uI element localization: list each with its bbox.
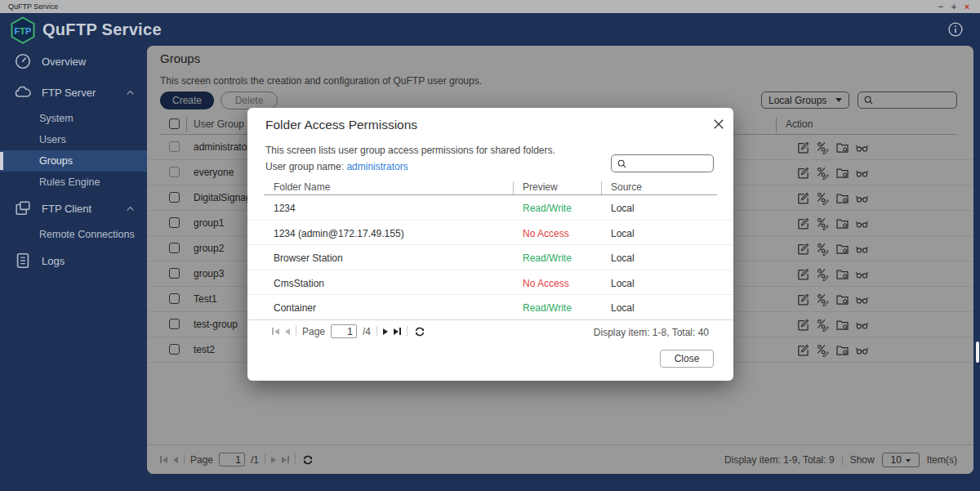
- sidebar-item-ftp-server[interactable]: FTP Server: [0, 77, 147, 108]
- sidebar-item-label: Remote Connections: [39, 229, 135, 240]
- sidebar-item-system[interactable]: System: [0, 108, 147, 129]
- search-icon: [617, 158, 627, 169]
- source-value: Local: [611, 228, 635, 239]
- source-value: Local: [611, 302, 635, 314]
- user-group-link[interactable]: administrators: [346, 161, 408, 172]
- dialog-pagination: Page /4: [272, 324, 426, 338]
- window-minimize-button[interactable]: −: [934, 1, 947, 12]
- chevron-up-icon: [125, 203, 136, 214]
- chevron-up-icon: [125, 87, 136, 98]
- window-close-button[interactable]: ×: [960, 1, 973, 12]
- folder-table-body: 1234 Read/Write Local 1234 (admin@172.17…: [247, 195, 733, 320]
- dialog-description: This screen lists user group access perm…: [265, 145, 555, 156]
- sidebar-item-remote-connections[interactable]: Remote Connections: [0, 224, 147, 245]
- column-header-folder-name[interactable]: Folder Name: [274, 181, 330, 193]
- folder-name: CmsStation: [274, 278, 324, 289]
- sidebar-item-label: Overview: [42, 56, 86, 68]
- source-value: Local: [611, 278, 635, 289]
- folder-name: Browser Station: [274, 252, 343, 264]
- preview-value: No Access: [523, 228, 569, 239]
- window-maximize-button[interactable]: +: [947, 1, 960, 12]
- info-icon[interactable]: [947, 21, 964, 38]
- divider: [376, 326, 377, 337]
- refresh-icon[interactable]: [413, 325, 426, 338]
- table-row[interactable]: CmsStation No Access Local: [247, 270, 733, 296]
- sidebar-item-label: Users: [39, 134, 66, 145]
- sidebar-item-label: Logs: [42, 255, 65, 267]
- close-icon[interactable]: [711, 117, 726, 132]
- column-divider: [513, 181, 514, 194]
- sidebar-item-ftp-client[interactable]: FTP Client: [0, 193, 147, 224]
- sidebar-item-users[interactable]: Users: [0, 129, 147, 150]
- quftp-logo-icon: [10, 16, 36, 44]
- sidebar-item-logs[interactable]: Logs: [0, 245, 147, 276]
- display-item-text: Display item: 1-8, Total: 40: [594, 327, 709, 338]
- sidebar-item-label: System: [39, 113, 74, 124]
- sidebar-item-label: FTP Client: [42, 203, 91, 215]
- folder-name: Container: [274, 302, 316, 314]
- window-titlebar: QuFTP Service − + ×: [0, 0, 980, 13]
- sidebar-item-overview[interactable]: Overview: [0, 46, 147, 77]
- table-row[interactable]: Container Read/Write Local: [247, 295, 733, 320]
- sidebar-item-label: Rules Engine: [39, 176, 100, 188]
- app-header: QuFTP Service: [0, 13, 980, 46]
- last-page-button[interactable]: [394, 328, 401, 335]
- sidebar-item-rules-engine[interactable]: Rules Engine: [0, 172, 147, 193]
- page-total: /4: [363, 326, 371, 337]
- folder-search-input[interactable]: [630, 158, 708, 169]
- scrollbar-thumb[interactable]: [976, 341, 979, 363]
- divider: [407, 326, 408, 337]
- user-group-line: User group name: administrators: [265, 161, 408, 172]
- dialog-title: Folder Access Permissions: [265, 118, 417, 132]
- preview-value: No Access: [523, 278, 569, 289]
- folder-search-box[interactable]: [611, 154, 714, 172]
- source-value: Local: [611, 203, 635, 214]
- folder-name: 1234: [274, 203, 296, 214]
- gauge-icon: [14, 52, 32, 70]
- table-row[interactable]: Browser Station Read/Write Local: [247, 245, 733, 270]
- close-button[interactable]: Close: [660, 350, 714, 368]
- previous-page-button[interactable]: [285, 328, 290, 335]
- source-value: Local: [611, 252, 635, 264]
- divider: [296, 326, 296, 337]
- window-title: QuFTP Service: [8, 2, 58, 11]
- table-row[interactable]: 1234 (admin@172.17.49.155) No Access Loc…: [247, 221, 733, 246]
- folder-name: 1234 (admin@172.17.49.155): [274, 228, 404, 239]
- preview-value: Read/Write: [523, 203, 572, 214]
- next-page-button[interactable]: [383, 328, 388, 335]
- logs-icon: [14, 252, 32, 270]
- user-group-label: User group name:: [265, 161, 344, 172]
- page-number-input[interactable]: [331, 324, 357, 338]
- table-row[interactable]: 1234 Read/Write Local: [247, 195, 733, 221]
- column-divider: [601, 181, 602, 194]
- column-header-source[interactable]: Source: [611, 181, 642, 193]
- app-title: QuFTP Service: [42, 13, 162, 46]
- sidebar-item-label: FTP Server: [42, 87, 96, 99]
- preview-value: Read/Write: [523, 302, 572, 314]
- sidebar-item-label: Groups: [39, 155, 73, 167]
- client-windows-icon: [14, 199, 32, 217]
- cloud-icon: [14, 83, 32, 101]
- sidebar: Overview FTP Server System Users Groups …: [0, 46, 147, 491]
- sidebar-item-groups[interactable]: Groups: [0, 150, 147, 172]
- column-header-preview[interactable]: Preview: [523, 181, 558, 193]
- page-label: Page: [302, 326, 325, 337]
- folder-access-permissions-dialog: Folder Access Permissions This screen li…: [247, 108, 733, 381]
- preview-value: Read/Write: [523, 252, 572, 264]
- first-page-button[interactable]: [272, 328, 279, 335]
